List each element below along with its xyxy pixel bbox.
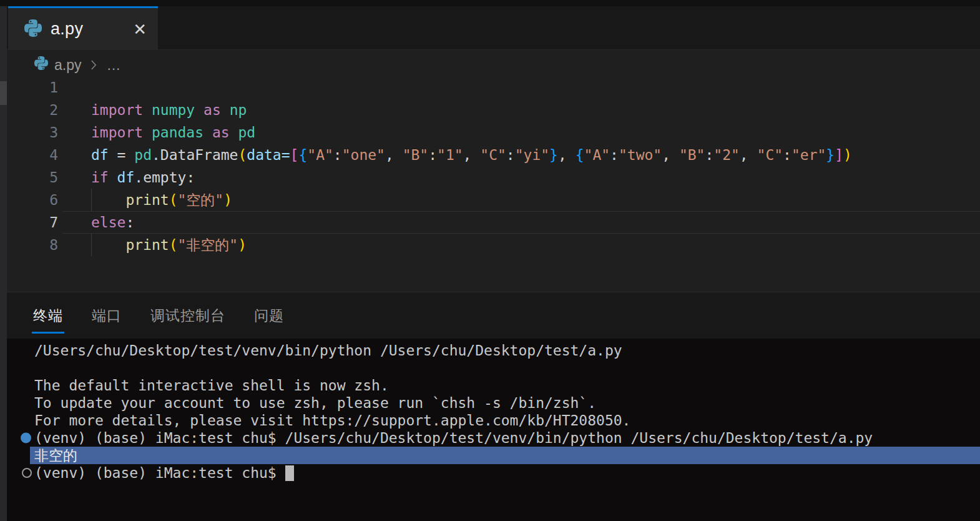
terminal-line: For more details, please visit https://s… — [7, 412, 980, 429]
panel-tab-ports[interactable]: 端口 — [92, 306, 122, 325]
terminal-text: (venv) (base) iMac:test chu$ — [34, 465, 285, 481]
command-decoration-success-icon[interactable] — [21, 433, 31, 444]
code-line[interactable]: 1 — [7, 76, 980, 99]
code-line[interactable]: 8 print("非空的") — [7, 234, 980, 256]
code-text: print("非空的") — [91, 234, 247, 256]
left-edge-strip — [0, 6, 7, 521]
python-icon — [24, 19, 42, 39]
code-text: df = pd.DataFrame(data=[{"A":"one", "B":… — [91, 144, 852, 166]
close-icon[interactable]: ✕ — [133, 21, 147, 37]
terminal-text: /Users/chu/Desktop/test/venv/bin/python … — [34, 342, 622, 359]
tab-a-py[interactable]: a.py ✕ — [8, 6, 158, 50]
code-line[interactable]: 3import pandas as pd — [7, 121, 980, 144]
line-number: 2 — [7, 99, 58, 121]
panel-tab-bar: 终端端口调试控制台问题 — [7, 292, 980, 339]
line-number: 3 — [7, 121, 58, 144]
terminal-text: 非空的 — [34, 447, 77, 464]
breadcrumb-file[interactable]: a.py — [54, 57, 81, 74]
tab-label: a.py — [51, 19, 83, 39]
terminal-cursor — [285, 465, 294, 481]
line-number: 7 — [7, 211, 58, 234]
breadcrumb: a.py … — [7, 52, 980, 77]
code-area[interactable]: 12import numpy as np3import pandas as pd… — [7, 76, 980, 264]
terminal-text: For more details, please visit https://s… — [34, 412, 630, 429]
terminal-selection — [30, 447, 980, 464]
code-line[interactable]: 2import numpy as np — [7, 99, 980, 121]
terminal-text: To update your account to use zsh, pleas… — [34, 395, 596, 411]
code-text: print("空的") — [91, 189, 232, 211]
code-text: import numpy as np — [91, 99, 247, 121]
panel-tab-terminal[interactable]: 终端 — [33, 306, 63, 325]
terminal-line: To update your account to use zsh, pleas… — [7, 394, 980, 412]
code-line[interactable]: 4df = pd.DataFrame(data=[{"A":"one", "B"… — [7, 144, 980, 166]
terminal-text: The default interactive shell is now zsh… — [34, 377, 389, 394]
terminal-line — [7, 359, 980, 377]
line-number: 8 — [7, 234, 58, 256]
line-number: 6 — [7, 189, 58, 211]
code-text: else: — [91, 211, 134, 234]
terminal-text: (venv) (base) iMac:test chu$ /Users/chu/… — [34, 430, 873, 446]
code-line[interactable]: 7else: — [7, 211, 980, 234]
code-text: import pandas as pd — [91, 121, 255, 144]
left-scrollbar-thumb[interactable] — [0, 81, 7, 105]
chevron-right-icon — [87, 57, 100, 72]
code-line[interactable]: 5if df.empty: — [7, 166, 980, 189]
breadcrumb-symbol-ellipsis[interactable]: … — [106, 57, 120, 74]
code-line[interactable]: 6 print("空的") — [7, 189, 980, 211]
terminal-line: (venv) (base) iMac:test chu$ /Users/chu/… — [7, 429, 980, 447]
editor-tab-bar: a.py ✕ — [7, 6, 980, 50]
python-icon — [34, 56, 48, 74]
line-number: 1 — [7, 76, 58, 99]
titlebar-edge — [0, 0, 980, 6]
panel-tab-problems[interactable]: 问题 — [254, 306, 284, 325]
command-decoration-prompt-icon[interactable] — [22, 468, 32, 478]
terminal-line: (venv) (base) iMac:test chu$ — [7, 464, 980, 482]
terminal-line: 非空的 — [7, 447, 980, 464]
terminal-line: The default interactive shell is now zsh… — [7, 377, 980, 394]
line-number: 5 — [7, 166, 58, 189]
panel-tab-debug-console[interactable]: 调试控制台 — [150, 306, 225, 325]
code-text: if df.empty: — [91, 166, 195, 189]
terminal-line: /Users/chu/Desktop/test/venv/bin/python … — [7, 342, 980, 359]
terminal-area[interactable]: /Users/chu/Desktop/test/venv/bin/python … — [7, 339, 980, 521]
vscode-window: a.py ✕ a.py … 12import numpy as np3impor… — [0, 0, 980, 521]
line-number: 4 — [7, 144, 58, 166]
